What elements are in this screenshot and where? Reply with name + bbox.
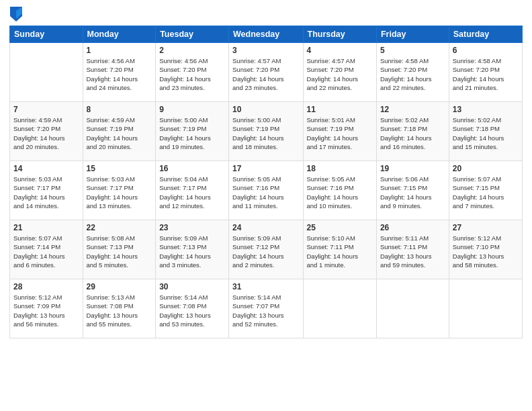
day-info: Sunrise: 5:05 AMSunset: 7:16 PMDaylight:…	[232, 175, 299, 210]
day-cell: 5Sunrise: 4:58 AMSunset: 7:20 PMDaylight…	[376, 43, 449, 102]
calendar-table: SundayMondayTuesdayWednesdayThursdayFrid…	[9, 26, 523, 338]
day-number: 3	[232, 46, 299, 55]
day-info: Sunrise: 4:58 AMSunset: 7:20 PMDaylight:…	[380, 56, 445, 92]
day-number: 4	[307, 46, 373, 55]
day-cell	[303, 279, 376, 338]
day-number: 1	[87, 46, 152, 55]
day-cell: 21Sunrise: 5:07 AMSunset: 7:14 PMDayligh…	[10, 220, 83, 279]
day-cell: 23Sunrise: 5:09 AMSunset: 7:13 PMDayligh…	[156, 220, 229, 279]
day-number: 15	[87, 164, 152, 173]
day-cell: 28Sunrise: 5:12 AMSunset: 7:09 PMDayligh…	[10, 279, 83, 338]
day-number: 6	[453, 46, 519, 55]
day-cell: 7Sunrise: 4:59 AMSunset: 7:20 PMDaylight…	[10, 102, 83, 161]
week-row-1: 1Sunrise: 4:56 AMSunset: 7:20 PMDaylight…	[10, 43, 523, 102]
day-number: 17	[232, 164, 299, 173]
day-info: Sunrise: 4:59 AMSunset: 7:20 PMDaylight:…	[13, 116, 79, 151]
day-number: 21	[13, 223, 79, 232]
day-info: Sunrise: 5:01 AMSunset: 7:19 PMDaylight:…	[307, 116, 373, 151]
weekday-header-tuesday: Tuesday	[156, 26, 229, 43]
day-number: 24	[232, 223, 299, 232]
day-cell: 6Sunrise: 4:58 AMSunset: 7:20 PMDaylight…	[449, 43, 522, 102]
day-number: 7	[13, 105, 79, 114]
day-cell: 8Sunrise: 4:59 AMSunset: 7:19 PMDaylight…	[83, 102, 156, 161]
day-number: 30	[159, 282, 225, 291]
week-row-2: 7Sunrise: 4:59 AMSunset: 7:20 PMDaylight…	[10, 102, 523, 161]
day-info: Sunrise: 5:10 AMSunset: 7:11 PMDaylight:…	[307, 234, 373, 269]
day-info: Sunrise: 5:05 AMSunset: 7:16 PMDaylight:…	[307, 175, 373, 210]
day-cell: 29Sunrise: 5:13 AMSunset: 7:08 PMDayligh…	[83, 279, 156, 338]
day-number: 13	[453, 105, 519, 114]
day-number: 19	[380, 164, 445, 173]
weekday-header-monday: Monday	[83, 26, 156, 43]
day-number: 25	[307, 223, 373, 232]
day-number: 11	[307, 105, 373, 114]
day-info: Sunrise: 4:56 AMSunset: 7:20 PMDaylight:…	[87, 56, 152, 92]
day-cell: 2Sunrise: 4:56 AMSunset: 7:20 PMDaylight…	[156, 43, 229, 102]
day-cell: 18Sunrise: 5:05 AMSunset: 7:16 PMDayligh…	[303, 161, 376, 220]
page-header	[9, 7, 523, 21]
day-cell	[376, 279, 449, 338]
weekday-header-wednesday: Wednesday	[229, 26, 303, 43]
day-cell: 17Sunrise: 5:05 AMSunset: 7:16 PMDayligh…	[229, 161, 303, 220]
day-cell: 25Sunrise: 5:10 AMSunset: 7:11 PMDayligh…	[303, 220, 376, 279]
day-cell: 22Sunrise: 5:08 AMSunset: 7:13 PMDayligh…	[83, 220, 156, 279]
weekday-header-friday: Friday	[376, 26, 449, 43]
day-info: Sunrise: 4:59 AMSunset: 7:19 PMDaylight:…	[87, 116, 152, 151]
day-info: Sunrise: 5:02 AMSunset: 7:18 PMDaylight:…	[380, 116, 445, 151]
day-info: Sunrise: 4:57 AMSunset: 7:20 PMDaylight:…	[232, 56, 299, 92]
day-info: Sunrise: 5:14 AMSunset: 7:08 PMDaylight:…	[159, 293, 225, 328]
day-number: 26	[380, 223, 445, 232]
day-info: Sunrise: 4:57 AMSunset: 7:20 PMDaylight:…	[307, 56, 373, 92]
day-info: Sunrise: 4:58 AMSunset: 7:20 PMDaylight:…	[453, 56, 519, 92]
day-cell	[10, 43, 83, 102]
day-number: 18	[307, 164, 373, 173]
day-number: 28	[13, 282, 79, 291]
day-info: Sunrise: 5:12 AMSunset: 7:09 PMDaylight:…	[13, 293, 79, 328]
day-info: Sunrise: 5:08 AMSunset: 7:13 PMDaylight:…	[87, 234, 152, 269]
weekday-header-row: SundayMondayTuesdayWednesdayThursdayFrid…	[10, 26, 523, 43]
day-number: 23	[159, 223, 225, 232]
day-cell: 9Sunrise: 5:00 AMSunset: 7:19 PMDaylight…	[156, 102, 229, 161]
day-cell: 16Sunrise: 5:04 AMSunset: 7:17 PMDayligh…	[156, 161, 229, 220]
day-number: 27	[453, 223, 519, 232]
day-cell: 1Sunrise: 4:56 AMSunset: 7:20 PMDaylight…	[83, 43, 156, 102]
day-info: Sunrise: 5:13 AMSunset: 7:08 PMDaylight:…	[87, 293, 152, 328]
logo-icon	[10, 7, 22, 21]
day-cell: 11Sunrise: 5:01 AMSunset: 7:19 PMDayligh…	[303, 102, 376, 161]
day-info: Sunrise: 5:07 AMSunset: 7:14 PMDaylight:…	[13, 234, 79, 269]
week-row-5: 28Sunrise: 5:12 AMSunset: 7:09 PMDayligh…	[10, 279, 523, 338]
day-info: Sunrise: 4:56 AMSunset: 7:20 PMDaylight:…	[159, 56, 225, 92]
day-info: Sunrise: 5:02 AMSunset: 7:18 PMDaylight:…	[453, 116, 519, 151]
day-info: Sunrise: 5:12 AMSunset: 7:10 PMDaylight:…	[453, 234, 519, 269]
day-cell: 15Sunrise: 5:03 AMSunset: 7:17 PMDayligh…	[83, 161, 156, 220]
day-cell	[449, 279, 522, 338]
day-number: 9	[159, 105, 225, 114]
day-cell: 13Sunrise: 5:02 AMSunset: 7:18 PMDayligh…	[449, 102, 522, 161]
day-info: Sunrise: 5:14 AMSunset: 7:07 PMDaylight:…	[232, 293, 299, 328]
day-info: Sunrise: 5:07 AMSunset: 7:15 PMDaylight:…	[453, 175, 519, 210]
day-info: Sunrise: 5:03 AMSunset: 7:17 PMDaylight:…	[13, 175, 79, 210]
day-number: 14	[13, 164, 79, 173]
day-info: Sunrise: 5:03 AMSunset: 7:17 PMDaylight:…	[87, 175, 152, 210]
day-info: Sunrise: 5:00 AMSunset: 7:19 PMDaylight:…	[159, 116, 225, 151]
day-info: Sunrise: 5:06 AMSunset: 7:15 PMDaylight:…	[380, 175, 445, 210]
day-info: Sunrise: 5:09 AMSunset: 7:13 PMDaylight:…	[159, 234, 225, 269]
day-number: 12	[380, 105, 445, 114]
weekday-header-thursday: Thursday	[303, 26, 376, 43]
day-cell: 3Sunrise: 4:57 AMSunset: 7:20 PMDaylight…	[229, 43, 303, 102]
day-number: 5	[380, 46, 445, 55]
day-cell: 14Sunrise: 5:03 AMSunset: 7:17 PMDayligh…	[10, 161, 83, 220]
day-info: Sunrise: 5:09 AMSunset: 7:12 PMDaylight:…	[232, 234, 299, 269]
day-number: 20	[453, 164, 519, 173]
day-number: 31	[232, 282, 299, 291]
week-row-4: 21Sunrise: 5:07 AMSunset: 7:14 PMDayligh…	[10, 220, 523, 279]
day-number: 10	[232, 105, 299, 114]
day-cell: 4Sunrise: 4:57 AMSunset: 7:20 PMDaylight…	[303, 43, 376, 102]
day-info: Sunrise: 5:04 AMSunset: 7:17 PMDaylight:…	[159, 175, 225, 210]
day-cell: 26Sunrise: 5:11 AMSunset: 7:11 PMDayligh…	[376, 220, 449, 279]
day-cell: 24Sunrise: 5:09 AMSunset: 7:12 PMDayligh…	[229, 220, 303, 279]
day-number: 22	[87, 223, 152, 232]
day-number: 16	[159, 164, 225, 173]
day-number: 29	[87, 282, 152, 291]
day-number: 8	[87, 105, 152, 114]
